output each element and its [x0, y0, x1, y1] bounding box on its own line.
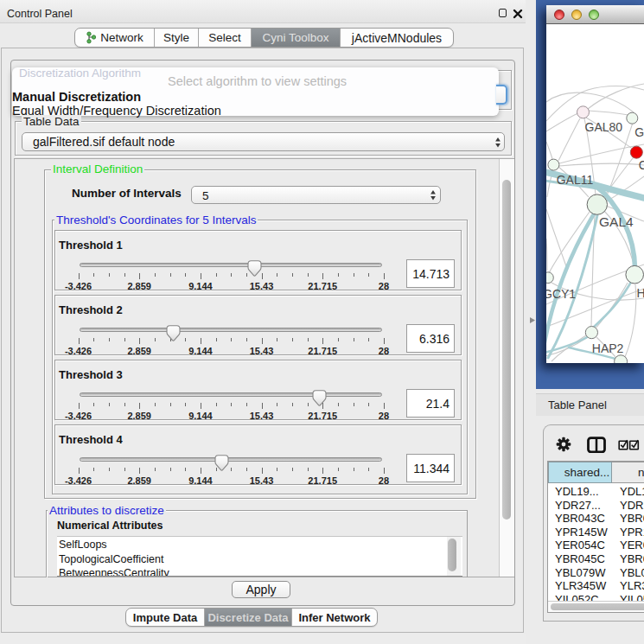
- svg-text:GAL11: GAL11: [557, 173, 594, 187]
- svg-text:HAP2: HAP2: [592, 341, 624, 355]
- svg-text:CDC: CDC: [639, 158, 644, 172]
- svg-text:GAL3: GAL3: [634, 125, 644, 139]
- svg-text:GAL80: GAL80: [585, 120, 623, 134]
- svg-text:GCY1: GCY1: [546, 287, 576, 301]
- svg-text:GAL4: GAL4: [599, 214, 634, 229]
- svg-text:HIS: HIS: [636, 286, 644, 300]
